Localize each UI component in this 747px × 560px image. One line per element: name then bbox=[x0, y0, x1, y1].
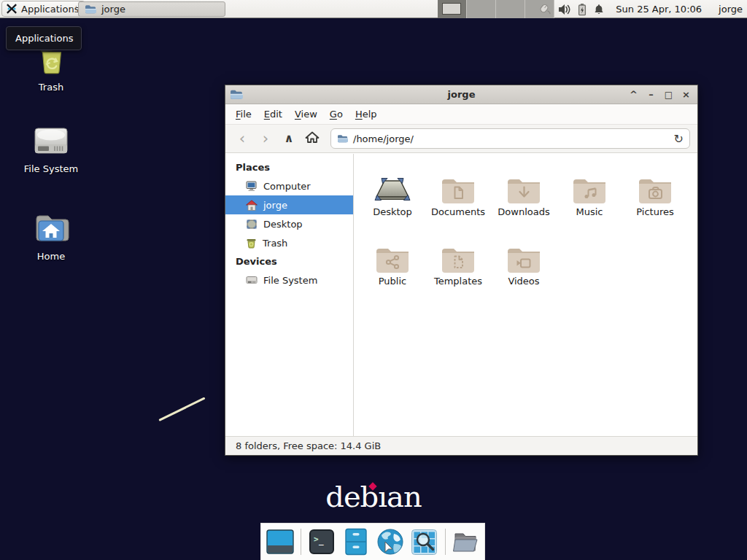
desktop-icon-label: Trash bbox=[16, 82, 86, 93]
workspace-window-preview bbox=[442, 3, 461, 15]
folder-launcher[interactable] bbox=[452, 528, 480, 556]
panel-tray: Sun 25 Apr, 10:06 jorge bbox=[537, 0, 743, 18]
music-folder-icon bbox=[570, 174, 609, 205]
battery-icon[interactable] bbox=[578, 3, 587, 16]
close-button[interactable]: × bbox=[681, 85, 692, 104]
application-finder-launcher[interactable] bbox=[411, 528, 438, 556]
terminal-launcher[interactable]: > _ bbox=[308, 528, 336, 556]
toolbar: ‹ › ∧ /home/jorge/ ↻ bbox=[225, 125, 697, 153]
home-folder-icon bbox=[32, 211, 70, 245]
svg-text:_: _ bbox=[319, 536, 324, 545]
home-icon bbox=[246, 200, 258, 211]
reload-button[interactable]: ↻ bbox=[674, 132, 684, 146]
sidebar-item-trash[interactable]: Trash bbox=[225, 233, 353, 252]
file-item-label: Desktop bbox=[360, 206, 425, 217]
menu-file[interactable]: File bbox=[236, 109, 252, 120]
file-item-label: Downloads bbox=[492, 206, 556, 217]
desktop-icon-label: Home bbox=[16, 251, 86, 262]
file-item-downloads[interactable]: Downloads bbox=[492, 163, 556, 232]
devices-header: Devices bbox=[225, 252, 353, 271]
sidebar-item-jorge[interactable]: jorge bbox=[225, 195, 353, 214]
applications-tooltip: Applications bbox=[6, 26, 82, 50]
workspace-2[interactable] bbox=[467, 0, 496, 18]
downloads-folder-icon bbox=[504, 174, 543, 205]
minimize-button[interactable]: – bbox=[646, 85, 657, 104]
window-titlebar[interactable]: jorge ^ – □ × bbox=[225, 85, 697, 104]
sidebar-item-file-system[interactable]: File System bbox=[225, 271, 353, 289]
file-manager-launcher[interactable] bbox=[342, 528, 370, 556]
file-item-public[interactable]: Public bbox=[360, 232, 425, 301]
file-item-pictures[interactable]: Pictures bbox=[623, 163, 687, 232]
applications-tooltip-text: Applications bbox=[15, 33, 73, 44]
volume-icon[interactable] bbox=[558, 4, 571, 15]
window-title: jorge bbox=[225, 89, 697, 100]
file-item-music[interactable]: Music bbox=[557, 163, 622, 232]
show-desktop-button[interactable] bbox=[266, 528, 294, 556]
up-button[interactable]: ∧ bbox=[279, 129, 298, 148]
path-field[interactable]: /home/jorge/ ↻ bbox=[330, 128, 690, 149]
forward-button[interactable]: › bbox=[256, 129, 275, 148]
videos-folder-icon bbox=[504, 244, 543, 274]
menu-edit[interactable]: Edit bbox=[264, 109, 282, 120]
side-pane: Places Computer jorge bbox=[225, 154, 354, 436]
app-finder-icon bbox=[411, 529, 438, 556]
mouse-tray-icon[interactable] bbox=[537, 3, 551, 15]
show-desktop-icon bbox=[266, 529, 294, 554]
hard-drive-icon bbox=[246, 275, 258, 285]
web-browser-launcher[interactable] bbox=[376, 528, 404, 556]
desktop-icon-label: File System bbox=[16, 163, 86, 174]
debian-wordmark: debıan bbox=[325, 480, 421, 513]
globe-browser-icon bbox=[376, 528, 404, 556]
pictures-folder-icon bbox=[635, 174, 675, 205]
file-item-documents[interactable]: Documents bbox=[426, 163, 490, 232]
taskbar-window-button[interactable]: jorge bbox=[78, 1, 225, 17]
workspace-1[interactable] bbox=[438, 0, 467, 18]
top-panel: Applications ⋮ jorge bbox=[0, 0, 747, 18]
window-folder-icon bbox=[230, 88, 244, 101]
file-grid: Desktop Documents bbox=[360, 163, 697, 301]
workspace-3[interactable] bbox=[496, 0, 525, 18]
menu-go[interactable]: Go bbox=[330, 109, 343, 120]
file-item-label: Pictures bbox=[623, 206, 687, 217]
sidebar-item-label: Trash bbox=[263, 238, 287, 249]
home-button[interactable] bbox=[303, 129, 322, 148]
applications-menu-icon bbox=[6, 3, 18, 15]
desktop-icon-file-system[interactable]: File System bbox=[16, 124, 86, 174]
trash-icon bbox=[246, 238, 257, 249]
file-item-desktop[interactable]: Desktop bbox=[360, 163, 425, 232]
shade-button[interactable]: ^ bbox=[628, 85, 639, 104]
menu-view[interactable]: View bbox=[295, 109, 317, 120]
templates-folder-icon bbox=[438, 244, 478, 274]
back-button[interactable]: ‹ bbox=[233, 129, 252, 148]
home-icon bbox=[305, 131, 320, 144]
desktop-icon-home[interactable]: Home bbox=[16, 211, 86, 262]
wordmark-part: ı bbox=[378, 480, 387, 513]
statusbar-text: 8 folders, Free space: 14.4 GiB bbox=[236, 440, 381, 451]
hard-drive-icon bbox=[32, 124, 70, 158]
file-item-label: Public bbox=[360, 276, 425, 287]
folder-icon bbox=[85, 4, 97, 15]
documents-folder-icon bbox=[438, 174, 478, 205]
maximize-button[interactable]: □ bbox=[663, 85, 674, 104]
menu-help[interactable]: Help bbox=[355, 109, 377, 120]
panel-clock: Sun 25 Apr, 10:06 bbox=[616, 4, 702, 15]
file-item-label: Templates bbox=[426, 276, 490, 287]
svg-text:>: > bbox=[314, 534, 319, 544]
panel-username: jorge bbox=[719, 4, 743, 15]
file-item-label: Music bbox=[557, 206, 622, 217]
notifications-bell-icon[interactable] bbox=[593, 4, 605, 15]
places-header: Places bbox=[225, 158, 353, 176]
file-item-label: Videos bbox=[492, 276, 556, 287]
public-folder-icon bbox=[373, 244, 412, 274]
sidebar-item-label: jorge bbox=[263, 200, 287, 211]
file-item-templates[interactable]: Templates bbox=[426, 232, 490, 301]
sidebar-item-computer[interactable]: Computer bbox=[225, 176, 353, 195]
path-folder-icon bbox=[337, 133, 349, 144]
file-item-videos[interactable]: Videos bbox=[492, 232, 556, 301]
dock-panel: > _ bbox=[260, 523, 485, 560]
window-content: Places Computer jorge bbox=[225, 154, 697, 436]
file-item-label: Documents bbox=[426, 206, 490, 217]
sidebar-item-label: File System bbox=[263, 275, 317, 286]
sidebar-item-desktop[interactable]: Desktop bbox=[225, 214, 353, 233]
dock-separator bbox=[445, 529, 446, 555]
